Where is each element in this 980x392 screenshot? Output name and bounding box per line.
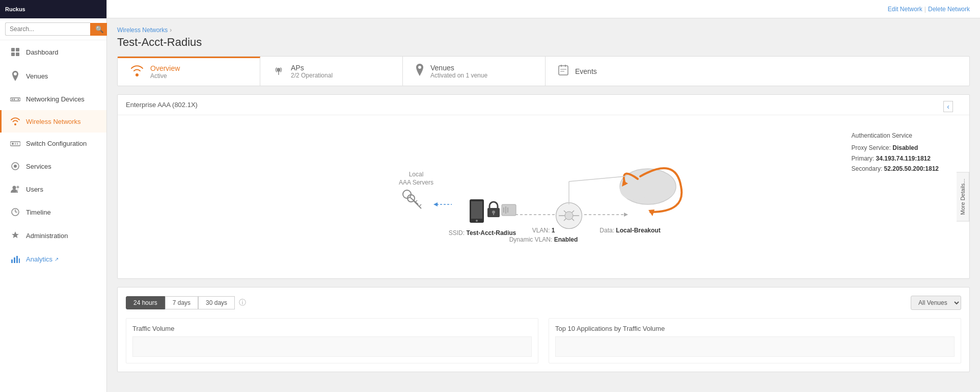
tab-venues-label: Venues: [430, 64, 487, 72]
sidebar-logo: Ruckus: [5, 6, 25, 12]
tab-aps-text: APs 2/2 Operational: [291, 64, 333, 79]
svg-text:Local: Local: [409, 171, 424, 178]
sidebar-item-administration[interactable]: Administration: [0, 224, 106, 247]
tab-events[interactable]: Events: [546, 57, 688, 86]
svg-marker-40: [433, 202, 438, 206]
sidebar-item-timeline-label: Timeline: [26, 208, 51, 216]
svg-rect-21: [16, 256, 18, 263]
tab-overview-sub: Active: [150, 72, 180, 80]
svg-rect-3: [16, 53, 19, 56]
svg-line-38: [419, 204, 421, 206]
sidebar-item-analytics[interactable]: Analytics ↗: [0, 247, 106, 271]
users-icon: [10, 185, 21, 193]
auth-proxy-row: Proxy Service: Disabled: [852, 143, 939, 153]
networking-icon: [10, 96, 21, 103]
svg-rect-19: [11, 259, 13, 263]
time-filter: 24 hours 7 days 30 days ⓘ All Venues: [126, 296, 961, 310]
tab-overview[interactable]: Overview Active: [118, 57, 260, 86]
time-filter-24h[interactable]: 24 hours: [126, 296, 165, 309]
svg-point-7: [18, 98, 19, 100]
svg-point-59: [565, 212, 573, 220]
more-details-tab[interactable]: More Details...: [957, 172, 969, 222]
admin-icon: [10, 231, 21, 240]
sidebar-item-users-label: Users: [26, 186, 43, 193]
top-apps-section: Top 10 Applications by Traffic Volume: [549, 318, 961, 363]
tab-venues-sub: Activated on 1 venue: [430, 72, 487, 79]
sidebar-item-admin-label: Administration: [26, 232, 68, 240]
sidebar-item-venues-label: Venues: [26, 72, 48, 80]
tab-venues-icon: [415, 64, 424, 79]
auth-service-info: Authentication Service Proxy Service: Di…: [852, 130, 939, 174]
breadcrumb-parent[interactable]: Wireless Networks: [117, 27, 168, 34]
services-icon: [10, 162, 21, 171]
topbar-actions: Edit Network | Delete Network: [888, 6, 970, 13]
network-diagram: Local AAA Servers: [365, 125, 722, 268]
venue-select[interactable]: All Venues: [911, 296, 961, 310]
svg-point-14: [13, 186, 16, 190]
svg-rect-1: [16, 48, 19, 51]
venue-icon: [10, 71, 21, 81]
svg-point-13: [14, 165, 17, 168]
svg-rect-0: [11, 48, 15, 51]
diagram-card-header: Enterprise AAA (802.1X) ‹: [118, 95, 969, 115]
search-input[interactable]: [5, 22, 90, 36]
venue-select-container: All Venues: [911, 296, 961, 310]
auth-secondary-row: Secondary: 52.205.50.200:1812: [852, 164, 939, 174]
sidebar-item-dashboard-label: Dashboard: [26, 48, 59, 56]
sidebar-item-switch-configuration[interactable]: Switch Configuration: [0, 133, 106, 154]
auth-primary-row: Primary: 34.193.74.119:1812: [852, 153, 939, 164]
tab-aps-icon: [273, 64, 285, 79]
sidebar-item-services-label: Services: [26, 163, 51, 170]
tab-aps-label: APs: [291, 64, 333, 72]
svg-point-6: [14, 98, 15, 100]
svg-text:AAA Servers: AAA Servers: [399, 179, 433, 186]
top-apps-title: Top 10 Applications by Traffic Volume: [555, 325, 955, 332]
topbar: Edit Network | Delete Network: [107, 0, 980, 18]
tab-overview-icon: [130, 65, 144, 79]
stats-card: 24 hours 7 days 30 days ⓘ All Venues Tra…: [117, 287, 970, 372]
delete-network-link[interactable]: Delete Network: [928, 6, 970, 13]
switch-icon: [10, 140, 21, 147]
svg-rect-22: [19, 258, 20, 263]
main-content: Edit Network | Delete Network Wireless N…: [107, 0, 980, 392]
svg-text:SSID: Test-Acct-Radius: SSID: Test-Acct-Radius: [449, 229, 516, 237]
traffic-chart-placeholder: [132, 336, 532, 357]
primary-label: Primary:: [852, 155, 875, 162]
sidebar-item-users[interactable]: Users: [0, 178, 106, 200]
edit-network-link[interactable]: Edit Network: [888, 6, 922, 13]
sidebar-item-networking-devices[interactable]: Networking Devices: [0, 88, 106, 110]
sidebar-item-services[interactable]: Services: [0, 154, 106, 178]
time-filter-30d[interactable]: 30 days: [198, 296, 235, 309]
svg-rect-20: [14, 257, 15, 263]
sidebar-item-dashboard[interactable]: Dashboard: [0, 40, 106, 64]
svg-rect-26: [559, 66, 568, 75]
time-filter-7d[interactable]: 7 days: [165, 296, 198, 309]
info-icon[interactable]: ⓘ: [239, 298, 246, 307]
sidebar-item-wireless-networks[interactable]: Wireless Networks: [0, 110, 106, 133]
primary-value: 34.193.74.119:1812: [876, 155, 931, 162]
svg-rect-45: [471, 201, 482, 219]
proxy-value: Disabled: [892, 144, 918, 151]
svg-line-66: [569, 176, 625, 181]
tabs: Overview Active APs 2/2 Operational: [117, 56, 970, 86]
tab-events-label: Events: [575, 67, 597, 75]
traffic-volume-section: Traffic Volume: [126, 318, 538, 363]
tab-events-text: Events: [575, 67, 597, 75]
diagram-title: Enterprise AAA (802.1X): [126, 101, 198, 109]
sidebar-item-venues[interactable]: Venues: [0, 64, 106, 88]
sidebar-item-timeline[interactable]: Timeline: [0, 200, 106, 224]
diagram-card: Enterprise AAA (802.1X) ‹ Local AAA Serv…: [117, 94, 970, 279]
search-button[interactable]: 🔍: [90, 23, 109, 36]
breadcrumb: Wireless Networks ›: [117, 27, 970, 34]
tab-events-icon: [558, 64, 569, 79]
collapse-button[interactable]: ‹: [943, 101, 953, 112]
sidebar-header: Ruckus: [0, 0, 106, 18]
tab-aps[interactable]: APs 2/2 Operational: [260, 57, 403, 86]
sidebar: Ruckus 🔍 Dashboard Venues Networking Dev…: [0, 0, 107, 392]
tab-venues[interactable]: Venues Activated on 1 venue: [403, 57, 546, 86]
tab-overview-text: Overview Active: [150, 64, 180, 80]
tab-venues-text: Venues Activated on 1 venue: [430, 64, 487, 79]
tab-overview-label: Overview: [150, 64, 180, 72]
top-apps-chart-placeholder: [555, 336, 955, 357]
action-separator: |: [924, 6, 926, 13]
